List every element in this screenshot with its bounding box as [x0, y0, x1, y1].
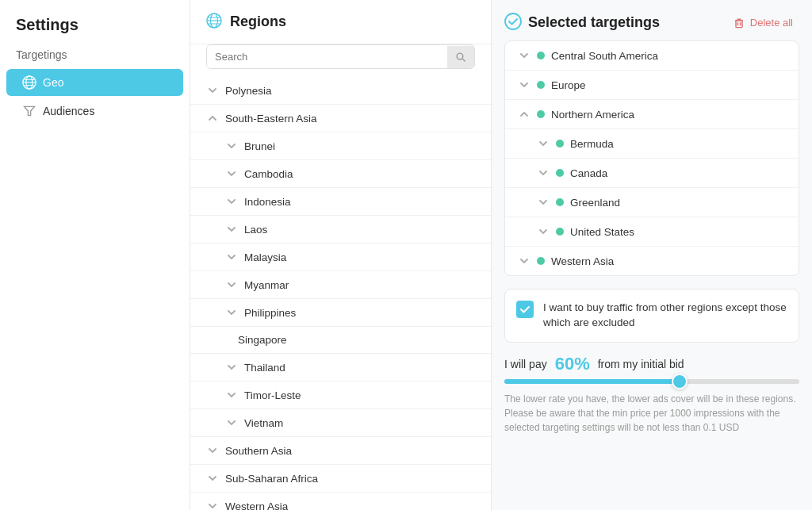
slider-row — [504, 379, 799, 384]
svg-point-13 — [505, 13, 521, 29]
chevron-icon — [225, 251, 238, 263]
regions-panel: Regions PolynesiaSouth-Eastern AsiaBrune… — [190, 0, 492, 510]
region-name-cambodia: Cambodia — [244, 168, 293, 180]
region-item-south-eastern-asia[interactable]: South-Eastern Asia — [190, 105, 491, 132]
region-name-southern-asia: Southern Asia — [225, 445, 292, 457]
chevron-icon — [225, 278, 238, 291]
selected-item-name-northern-america: Northern America — [551, 109, 634, 121]
exclude-checkbox[interactable] — [516, 301, 534, 318]
region-item-polynesia[interactable]: Polynesia — [190, 77, 491, 105]
region-item-malaysia[interactable]: Malaysia — [190, 243, 491, 271]
selected-item-canada[interactable]: Canada — [505, 159, 799, 188]
chevron-icon — [225, 416, 238, 429]
svg-line-12 — [462, 59, 465, 62]
selected-item-name-united-states: United States — [570, 226, 634, 238]
regions-list: PolynesiaSouth-Eastern AsiaBruneiCambodi… — [190, 77, 491, 510]
bid-suffix: from my initial bid — [598, 358, 684, 370]
chevron-icon — [518, 49, 530, 62]
sidebar-item-geo[interactable]: Geo — [6, 69, 183, 96]
status-dot — [537, 52, 545, 59]
delete-all-label: Delete all — [750, 17, 793, 29]
selected-item-western-asia[interactable]: Western Asia — [505, 247, 799, 275]
chevron-icon — [206, 472, 219, 485]
globe-icon — [22, 75, 36, 90]
regions-header: Regions — [190, 0, 491, 44]
selected-item-northern-america[interactable]: Northern America — [505, 100, 799, 129]
selected-item-name-europe: Europe — [551, 79, 586, 91]
delete-all-button[interactable]: Delete all — [726, 13, 799, 33]
chevron-icon — [206, 444, 219, 457]
bid-slider[interactable] — [504, 379, 799, 384]
region-name-south-eastern-asia: South-Eastern Asia — [225, 113, 317, 125]
chevron-icon — [518, 108, 530, 121]
region-name-thailand: Thailand — [244, 362, 285, 374]
selected-item-united-states[interactable]: United States — [505, 217, 799, 247]
regions-globe-icon — [206, 13, 222, 31]
status-dot — [537, 110, 545, 118]
selected-item-name-western-asia: Western Asia — [551, 255, 614, 267]
region-name-malaysia: Malaysia — [244, 251, 286, 263]
region-item-singapore[interactable]: Singapore — [190, 327, 491, 354]
bid-percent: 60% — [555, 354, 590, 374]
selected-item-central-south-america[interactable]: Central South America — [505, 41, 799, 71]
region-name-polynesia: Polynesia — [225, 85, 272, 97]
chevron-icon — [225, 195, 238, 208]
chevron-icon — [206, 500, 219, 510]
chevron-icon — [206, 84, 219, 97]
sidebar-item-audiences[interactable]: Audiences — [6, 98, 183, 125]
region-item-western-asia[interactable]: Western Asia — [190, 493, 491, 510]
region-item-myanmar[interactable]: Myanmar — [190, 271, 491, 299]
chevron-icon — [225, 306, 238, 319]
status-dot — [537, 81, 545, 89]
region-item-brunei[interactable]: Brunei — [190, 132, 491, 160]
chevron-icon — [206, 112, 219, 125]
region-item-vietnam[interactable]: Vietnam — [190, 409, 491, 437]
selected-items-list: Central South AmericaEuropeNorthern Amer… — [504, 40, 799, 276]
region-item-southern-asia[interactable]: Southern Asia — [190, 437, 491, 465]
region-item-cambodia[interactable]: Cambodia — [190, 160, 491, 188]
selected-item-bermuda[interactable]: Bermuda — [505, 129, 799, 159]
geo-label: Geo — [43, 76, 63, 89]
region-name-timor-leste: Timor-Leste — [244, 389, 301, 401]
selected-item-name-greenland: Greenland — [570, 197, 620, 209]
checkbox-label: I want to buy traffic from other regions… — [543, 301, 787, 331]
selected-header: Selected targetings Delete all — [504, 13, 799, 33]
status-dot — [537, 257, 545, 265]
selected-item-name-bermuda: Bermuda — [570, 138, 614, 150]
search-button[interactable] — [447, 46, 474, 68]
chevron-icon — [537, 196, 550, 209]
check-circle-icon — [504, 13, 522, 33]
search-box[interactable] — [206, 44, 475, 69]
region-name-singapore: Singapore — [238, 334, 287, 346]
checkbox-area: I want to buy traffic from other regions… — [504, 289, 799, 343]
filter-icon — [22, 104, 36, 118]
chevron-icon — [537, 137, 550, 150]
audiences-label: Audiences — [43, 105, 94, 117]
selected-item-greenland[interactable]: Greenland — [505, 188, 799, 217]
chevron-icon — [225, 389, 238, 401]
region-name-philippines: Philippines — [244, 307, 296, 319]
settings-title: Settings — [0, 16, 190, 40]
bid-row: I will pay 60% from my initial bid — [504, 354, 799, 374]
selected-item-europe[interactable]: Europe — [505, 71, 799, 100]
svg-marker-5 — [25, 106, 35, 115]
status-dot — [556, 169, 564, 177]
region-item-laos[interactable]: Laos — [190, 216, 491, 243]
chevron-icon — [225, 167, 238, 180]
status-dot — [556, 228, 564, 236]
status-dot — [556, 140, 564, 148]
region-item-timor-leste[interactable]: Timor-Leste — [190, 382, 491, 409]
region-item-sub-saharan-africa[interactable]: Sub-Saharan Africa — [190, 465, 491, 493]
chevron-icon — [537, 167, 550, 179]
svg-point-11 — [457, 53, 463, 59]
status-dot — [556, 198, 564, 206]
region-item-thailand[interactable]: Thailand — [190, 354, 491, 382]
selected-targetings-title: Selected targetings — [528, 14, 660, 31]
region-name-myanmar: Myanmar — [244, 279, 289, 291]
bid-note: The lower rate you have, the lower ads c… — [504, 392, 799, 435]
region-item-philippines[interactable]: Philippines — [190, 299, 491, 327]
search-input[interactable] — [207, 45, 447, 68]
region-name-vietnam: Vietnam — [244, 417, 283, 429]
region-item-indonesia[interactable]: Indonesia — [190, 188, 491, 216]
targetings-section-label: Targetings — [0, 40, 190, 67]
